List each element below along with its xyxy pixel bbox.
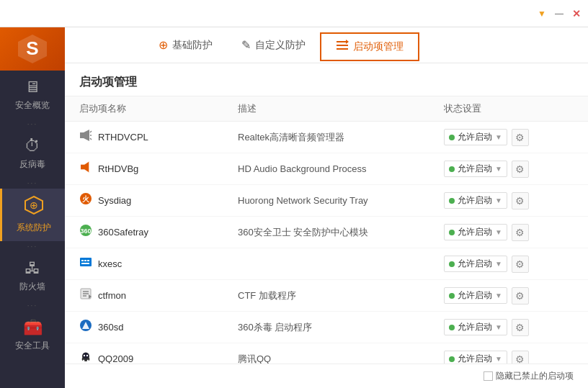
row-text-3: 360Safetray xyxy=(98,227,148,238)
status-select-6[interactable]: 允许启动 ▼ xyxy=(444,319,507,335)
status-select-5[interactable]: 允许启动 ▼ xyxy=(444,287,507,304)
row-name-3: 360 360Safetray xyxy=(79,224,238,240)
minimize-button[interactable]: — xyxy=(553,8,565,19)
svg-line-12 xyxy=(90,138,92,140)
row-text-0: RTHDVCPL xyxy=(98,132,148,143)
logo-icon: S xyxy=(17,33,48,65)
row-name-2: 火 Sysdiag xyxy=(79,192,238,209)
status-label-5: 允许启动 xyxy=(458,289,492,302)
row-desc-0: Realtek高清晰音频管理器 xyxy=(238,131,444,144)
status-select-7[interactable]: 允许启动 ▼ xyxy=(444,351,507,364)
gear-btn-1[interactable]: ⚙ xyxy=(512,161,529,178)
sidebar: S 🖥 安全概览 ··· ⏱ 反病毒 ··· ⊕ 系统防护 ··· 🖧 防火墙 xyxy=(0,27,65,388)
dropdown-arrow-2: ▼ xyxy=(495,197,502,204)
status-select-1[interactable]: 允许启动 ▼ xyxy=(444,161,507,177)
ctf-icon xyxy=(79,287,92,304)
row-text-6: 360sd xyxy=(98,322,123,333)
pin-button[interactable]: ▼ xyxy=(536,8,548,19)
close-button[interactable]: ✕ xyxy=(571,8,582,19)
dots-1: ··· xyxy=(27,120,37,128)
page-title: 启动项管理 xyxy=(65,63,588,96)
gear-btn-4[interactable]: ⚙ xyxy=(512,256,529,273)
table-row: RtHDVBg HD Audio Background Process 允许启动… xyxy=(65,153,588,185)
dots-3: ··· xyxy=(27,243,37,251)
row-desc-1: HD Audio Background Process xyxy=(238,163,444,174)
status-dot-4 xyxy=(449,261,455,267)
startup-tab-label: 启动项管理 xyxy=(353,40,404,53)
nav-tabs: ⊕ 基础防护 ✎ 自定义防护 启动项管理 xyxy=(65,27,588,63)
table-row: QQ2009 腾讯QQ 允许启动 ▼ ⚙ xyxy=(65,343,588,364)
svg-rect-20 xyxy=(80,258,92,266)
status-label-4: 允许启动 xyxy=(458,258,492,270)
status-select-0[interactable]: 允许启动 ▼ xyxy=(444,129,507,145)
gear-btn-0[interactable]: ⚙ xyxy=(512,129,529,146)
vol-icon xyxy=(79,161,92,177)
svg-point-34 xyxy=(84,355,85,356)
row-desc-5: CTF 加载程序 xyxy=(238,289,444,302)
custom-tab-icon: ✎ xyxy=(241,38,251,52)
table-row: 360sd 360杀毒 启动程序 允许启动 ▼ ⚙ xyxy=(65,312,588,343)
status-select-4[interactable]: 允许启动 ▼ xyxy=(444,256,507,272)
gear-btn-5[interactable]: ⚙ xyxy=(512,287,529,304)
sidebar-label-firewall: 防火墙 xyxy=(19,281,45,293)
sidebar-item-tools[interactable]: 🧰 安全工具 xyxy=(0,311,65,359)
sidebar-item-sysprotect[interactable]: ⊕ 系统防护 xyxy=(0,189,65,241)
row-text-1: RtHDVBg xyxy=(98,163,138,174)
row-name-7: QQ2009 xyxy=(79,351,238,364)
svg-marker-7 xyxy=(346,40,349,44)
gear-btn-6[interactable]: ⚙ xyxy=(512,319,529,336)
360-icon: 360 xyxy=(79,224,92,240)
svg-rect-36 xyxy=(84,360,87,361)
dropdown-arrow-0: ▼ xyxy=(495,133,502,141)
dropdown-arrow-1: ▼ xyxy=(495,165,502,173)
status-select-3[interactable]: 允许启动 ▼ xyxy=(444,224,507,240)
dots-4: ··· xyxy=(27,302,37,310)
row-status-6: 允许启动 ▼ ⚙ xyxy=(444,319,574,336)
row-desc-7: 腾讯QQ xyxy=(238,353,444,364)
sidebar-item-overview[interactable]: 🖥 安全概览 xyxy=(0,71,65,119)
sidebar-label-tools: 安全工具 xyxy=(15,340,50,352)
dropdown-arrow-5: ▼ xyxy=(495,292,502,299)
row-desc-2: Huorong Network Security Tray xyxy=(238,195,444,206)
gear-btn-3[interactable]: ⚙ xyxy=(512,224,529,241)
sidebar-item-antivirus[interactable]: ⏱ 反病毒 xyxy=(0,130,65,178)
basic-tab-icon: ⊕ xyxy=(159,38,168,52)
custom-tab-label: 自定义防护 xyxy=(255,39,306,52)
col-desc: 描述 xyxy=(238,102,444,115)
row-name-4: kxesc xyxy=(79,256,238,272)
status-label-1: 允许启动 xyxy=(458,163,492,175)
logo: S xyxy=(0,27,65,71)
huorong-icon: 火 xyxy=(79,192,92,209)
checkbox-box[interactable] xyxy=(484,371,493,381)
antivirus-icon: ⏱ xyxy=(24,137,40,155)
tab-startup[interactable]: 启动项管理 xyxy=(320,32,419,61)
360s-icon xyxy=(79,319,92,335)
shield-icon: ⊕ xyxy=(24,196,43,219)
status-dot-0 xyxy=(449,135,455,140)
hide-disabled-checkbox[interactable]: 隐藏已禁止的启动项 xyxy=(484,370,574,382)
status-dot-1 xyxy=(449,166,455,172)
content-area: 启动项管理 启动项名称 描述 状态设置 RTHDVCPL Realtek高清晰音… xyxy=(65,63,588,388)
row-text-2: Sysdiag xyxy=(98,195,131,206)
table-row: ctfmon CTF 加载程序 允许启动 ▼ ⚙ xyxy=(65,280,588,312)
basic-tab-label: 基础防护 xyxy=(172,39,213,52)
col-status: 状态设置 xyxy=(444,102,574,115)
gear-btn-7[interactable]: ⚙ xyxy=(512,351,529,364)
row-name-0: RTHDVCPL xyxy=(79,129,238,145)
dropdown-arrow-6: ▼ xyxy=(495,323,502,331)
svg-rect-24 xyxy=(81,263,89,264)
tab-basic[interactable]: ⊕ 基础防护 xyxy=(144,27,227,63)
status-dot-2 xyxy=(449,198,455,204)
firewall-icon: 🖧 xyxy=(24,259,40,278)
tools-icon: 🧰 xyxy=(23,318,43,337)
status-dot-6 xyxy=(449,325,455,330)
hide-checkbox-label: 隐藏已禁止的启动项 xyxy=(496,370,574,382)
status-select-2[interactable]: 允许启动 ▼ xyxy=(444,192,507,209)
row-text-7: QQ2009 xyxy=(98,353,133,364)
kb-icon xyxy=(79,256,92,272)
tab-custom[interactable]: ✎ 自定义防护 xyxy=(227,27,320,63)
sidebar-item-firewall[interactable]: 🖧 防火墙 xyxy=(0,252,65,300)
gear-btn-2[interactable]: ⚙ xyxy=(512,192,529,209)
row-status-2: 允许启动 ▼ ⚙ xyxy=(444,192,574,209)
status-label-0: 允许启动 xyxy=(458,131,492,143)
